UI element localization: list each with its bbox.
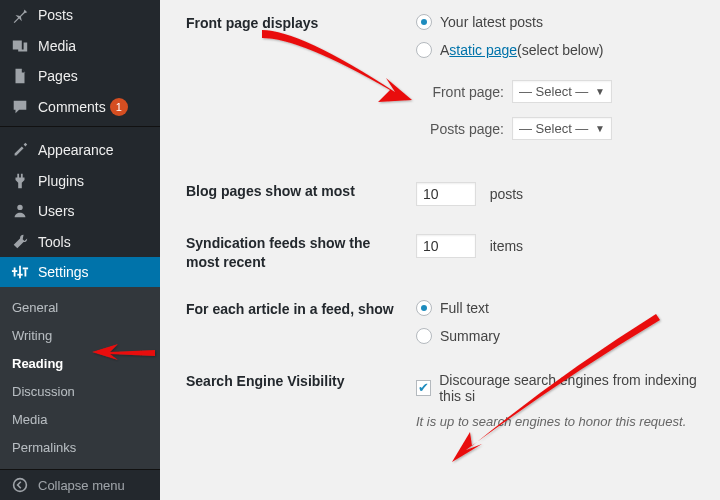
sev-checkbox[interactable] bbox=[416, 380, 431, 396]
radio-latest-posts-label: Your latest posts bbox=[440, 14, 543, 30]
radio-latest-posts-row: Your latest posts bbox=[416, 14, 720, 30]
sidebar-item-appearance[interactable]: Appearance bbox=[0, 135, 160, 166]
row-syndication: Syndication feeds show the most recent i… bbox=[186, 220, 720, 286]
sidebar-item-label: Tools bbox=[38, 234, 71, 250]
settings-reading-content: Front page displays Your latest posts A … bbox=[160, 0, 720, 500]
row-label: Front page displays bbox=[186, 14, 416, 33]
sidebar-item-label: Appearance bbox=[38, 142, 114, 158]
appearance-icon bbox=[10, 140, 30, 160]
collapse-icon bbox=[10, 475, 30, 495]
sev-hint: It is up to search engines to honor this… bbox=[416, 414, 720, 429]
admin-sidebar: Posts Media Pages Comments 1 Appearance … bbox=[0, 0, 160, 500]
sidebar-item-plugins[interactable]: Plugins bbox=[0, 165, 160, 196]
row-label: Search Engine Visibility bbox=[186, 372, 416, 391]
sev-check-row: Discourage search engines from indexing … bbox=[416, 372, 720, 404]
radio-static-suffix: (select below) bbox=[517, 42, 603, 58]
sidebar-item-pages[interactable]: Pages bbox=[0, 61, 160, 92]
sidebar-item-settings[interactable]: Settings bbox=[0, 257, 160, 288]
sub-item-writing[interactable]: Writing bbox=[0, 321, 160, 349]
sub-item-media[interactable]: Media bbox=[0, 405, 160, 433]
select-value: — Select — bbox=[519, 84, 588, 99]
row-label: For each article in a feed, show bbox=[186, 300, 416, 319]
sidebar-item-label: Posts bbox=[38, 7, 73, 23]
sidebar-item-tools[interactable]: Tools bbox=[0, 226, 160, 257]
sub-item-label: Permalinks bbox=[12, 440, 76, 455]
select-value: — Select — bbox=[519, 121, 588, 136]
sidebar-item-label: Users bbox=[38, 203, 75, 219]
static-page-link[interactable]: static page bbox=[449, 42, 517, 58]
row-label: Blog pages show at most bbox=[186, 182, 416, 201]
sub-item-label: Discussion bbox=[12, 384, 75, 399]
radio-full-text-row: Full text bbox=[416, 300, 720, 316]
sub-item-permalinks[interactable]: Permalinks bbox=[0, 433, 160, 461]
sidebar-item-label: Media bbox=[38, 38, 76, 54]
radio-latest-posts[interactable] bbox=[416, 14, 432, 30]
posts-page-select[interactable]: — Select — ▼ bbox=[512, 117, 612, 140]
svg-rect-5 bbox=[17, 274, 22, 276]
sub-item-reading[interactable]: Reading bbox=[0, 349, 160, 377]
radio-static-prefix: A bbox=[440, 42, 449, 58]
row-front-page-displays: Front page displays Your latest posts A … bbox=[186, 0, 720, 168]
radio-static-page-row: A static page (select below) bbox=[416, 42, 720, 58]
settings-icon bbox=[10, 262, 30, 282]
sub-item-label: General bbox=[12, 300, 58, 315]
radio-full-text-label: Full text bbox=[440, 300, 489, 316]
collapse-menu-button[interactable]: Collapse menu bbox=[0, 469, 160, 500]
sub-item-general[interactable]: General bbox=[0, 293, 160, 321]
settings-submenu: General Writing Reading Discussion Media… bbox=[0, 287, 160, 469]
sidebar-item-comments[interactable]: Comments 1 bbox=[0, 92, 160, 123]
svg-rect-3 bbox=[25, 269, 27, 276]
chevron-down-icon: ▼ bbox=[595, 123, 605, 134]
row-controls: items bbox=[416, 234, 720, 258]
sev-checkbox-label: Discourage search engines from indexing … bbox=[439, 372, 720, 404]
row-search-engine-visibility: Search Engine Visibility Discourage sear… bbox=[186, 358, 720, 443]
chevron-down-icon: ▼ bbox=[595, 86, 605, 97]
front-page-select-label: Front page: bbox=[416, 84, 504, 100]
row-controls: posts bbox=[416, 182, 720, 206]
sidebar-item-posts[interactable]: Posts bbox=[0, 0, 160, 31]
svg-point-7 bbox=[14, 479, 27, 492]
blog-pages-unit: posts bbox=[490, 186, 523, 202]
app-root: Posts Media Pages Comments 1 Appearance … bbox=[0, 0, 720, 500]
blog-pages-input[interactable] bbox=[416, 182, 476, 206]
posts-page-select-row: Posts page: — Select — ▼ bbox=[416, 117, 720, 140]
comments-count-badge: 1 bbox=[110, 98, 128, 116]
users-icon bbox=[10, 201, 30, 221]
sub-item-label: Writing bbox=[12, 328, 52, 343]
sub-item-discussion[interactable]: Discussion bbox=[0, 377, 160, 405]
front-page-select-row: Front page: — Select — ▼ bbox=[416, 80, 720, 103]
sidebar-separator bbox=[0, 126, 160, 131]
collapse-menu-label: Collapse menu bbox=[38, 478, 125, 493]
radio-summary-label: Summary bbox=[440, 328, 500, 344]
row-article-feed: For each article in a feed, show Full te… bbox=[186, 286, 720, 358]
pages-icon bbox=[10, 66, 30, 86]
svg-rect-2 bbox=[19, 266, 21, 279]
row-label: Syndication feeds show the most recent bbox=[186, 234, 416, 272]
syndication-input[interactable] bbox=[416, 234, 476, 258]
tools-icon bbox=[10, 232, 30, 252]
row-controls: Discourage search engines from indexing … bbox=[416, 372, 720, 429]
radio-summary-row: Summary bbox=[416, 328, 720, 344]
radio-summary[interactable] bbox=[416, 328, 432, 344]
comments-icon bbox=[10, 97, 30, 117]
plugins-icon bbox=[10, 171, 30, 191]
row-blog-pages: Blog pages show at most posts bbox=[186, 168, 720, 220]
sidebar-item-label: Plugins bbox=[38, 173, 84, 189]
svg-rect-4 bbox=[12, 270, 17, 272]
syndication-unit: items bbox=[490, 238, 523, 254]
radio-full-text[interactable] bbox=[416, 300, 432, 316]
sidebar-item-media[interactable]: Media bbox=[0, 31, 160, 62]
radio-static-page[interactable] bbox=[416, 42, 432, 58]
posts-page-select-label: Posts page: bbox=[416, 121, 504, 137]
sidebar-item-label: Pages bbox=[38, 68, 78, 84]
sub-item-label: Media bbox=[12, 412, 47, 427]
sub-item-label: Reading bbox=[12, 356, 63, 371]
media-icon bbox=[10, 36, 30, 56]
row-controls: Your latest posts A static page (select … bbox=[416, 14, 720, 154]
front-page-select[interactable]: — Select — ▼ bbox=[512, 80, 612, 103]
pin-icon bbox=[10, 5, 30, 25]
sidebar-item-users[interactable]: Users bbox=[0, 196, 160, 227]
sidebar-item-label: Comments bbox=[38, 99, 106, 115]
row-controls: Full text Summary bbox=[416, 300, 720, 344]
svg-rect-6 bbox=[23, 268, 28, 270]
